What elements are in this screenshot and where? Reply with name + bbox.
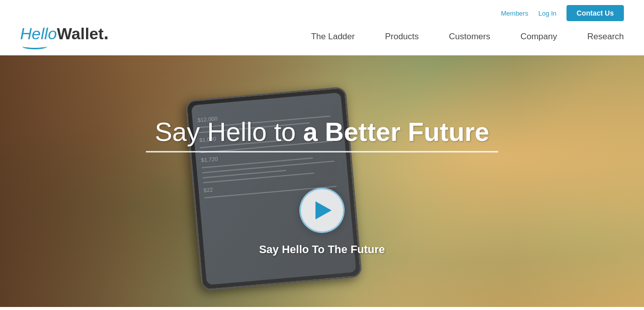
logo-dot: .: [104, 23, 109, 43]
main-nav: The Ladder Products Customers Company Re…: [311, 32, 624, 42]
logo[interactable]: HelloWallet.: [20, 24, 109, 49]
contact-us-button[interactable]: Contact Us: [567, 5, 624, 21]
logo-text: HelloWallet.: [20, 24, 109, 42]
members-link[interactable]: Members: [501, 10, 528, 17]
nav-item-research[interactable]: Research: [587, 32, 624, 42]
nav-item-the-ladder[interactable]: The Ladder: [311, 32, 355, 42]
logo-hello: Hello: [20, 25, 57, 43]
hero-content: Say Hello to a Better Future Say Hello T…: [0, 55, 644, 307]
logo-wallet: Wallet: [57, 25, 104, 43]
logo-smile-decoration: [22, 43, 47, 49]
nav-item-products[interactable]: Products: [385, 32, 419, 42]
nav-item-company[interactable]: Company: [520, 32, 557, 42]
video-play-container: Say Hello To The Future: [259, 188, 385, 256]
hero-subtext: Say Hello To The Future: [259, 243, 385, 256]
play-icon: [315, 201, 332, 219]
hero-headline-normal: Say Hello to: [155, 117, 303, 146]
hero-headline-underline: [146, 151, 498, 152]
hero-headline: Say Hello to a Better Future: [155, 117, 490, 147]
header: Members Log In Contact Us HelloWallet. T…: [0, 0, 644, 55]
header-nav: HelloWallet. The Ladder Products Custome…: [0, 24, 644, 55]
hero-section: $12,000 $1,000 $1,720 $22 Say Hello to a…: [0, 55, 644, 307]
header-top-bar: Members Log In Contact Us: [0, 0, 644, 24]
nav-item-customers[interactable]: Customers: [449, 32, 490, 42]
hero-headline-bold: a Better Future: [303, 117, 489, 146]
play-button[interactable]: [299, 188, 345, 233]
login-link[interactable]: Log In: [538, 10, 556, 17]
